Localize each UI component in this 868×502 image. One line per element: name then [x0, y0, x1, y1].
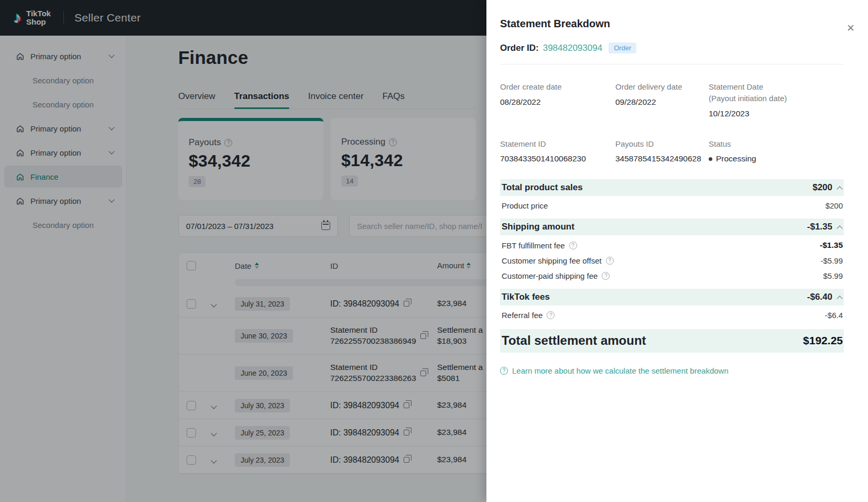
help-icon[interactable]	[547, 311, 555, 319]
detail-statement-date: Statement Date(Payout initiation date) 1…	[709, 81, 844, 118]
breakdown-row-customer-paid-shipping-fee: Customer-paid shipping fee $5.99	[500, 266, 844, 281]
statement-breakdown-drawer: Statement Breakdown Order ID: 3984820930…	[486, 0, 868, 502]
divider	[500, 64, 844, 64]
total-settlement-row: Total settlement amount $192.25	[500, 329, 844, 353]
order-id-row: Order ID: 398482093094 Order	[500, 42, 844, 53]
breakdown-row-product-price: Product price $200	[500, 196, 844, 211]
breakdown-row-customer-shipping-fee-offset: Customer shipping fee offset -$5.99	[500, 251, 844, 266]
order-id-label: Order ID:	[500, 43, 539, 53]
order-id-link[interactable]: 398482093094	[543, 43, 602, 53]
detail-status: Status Processing	[709, 138, 844, 164]
help-icon	[500, 367, 508, 375]
drawer-title: Statement Breakdown	[500, 18, 844, 30]
breakdown-row-fbt-fulfillment-fee: FBT fulfillment fee -$1.35	[500, 235, 844, 251]
collapse-icon[interactable]	[837, 296, 842, 301]
order-badge: Order	[609, 42, 636, 53]
detail-order-delivery-date: Order delivery date 09/28/2022	[615, 81, 709, 118]
close-icon[interactable]	[844, 21, 858, 35]
status-value: Processing	[716, 154, 756, 163]
detail-payouts-id: Payouts ID 3458785415342490628	[615, 138, 709, 164]
help-icon[interactable]	[602, 272, 610, 280]
breakdown-row-referral-fee: Referral fee -$6.4	[500, 305, 844, 321]
help-icon[interactable]	[569, 242, 577, 249]
section-total-product-sales[interactable]: Total product sales $200	[500, 179, 844, 196]
collapse-icon[interactable]	[837, 186, 842, 192]
detail-statement-id: Statement ID 7038433501410068230	[500, 138, 615, 164]
settlement-breakdown: Total product sales $200 Product price $…	[500, 179, 844, 375]
learn-more-link[interactable]: Learn more about how we calculate the se…	[500, 366, 844, 375]
status-dot-icon	[709, 157, 712, 161]
section-shipping-amount[interactable]: Shipping amount -$1.35	[500, 219, 844, 235]
collapse-icon[interactable]	[837, 225, 842, 231]
help-icon[interactable]	[606, 257, 614, 265]
detail-order-create-date: Order create date 08/28/2022	[500, 81, 615, 118]
section-tiktok-fees[interactable]: TikTok fees -$6.40	[500, 289, 844, 305]
order-details-grid: Order create date 08/28/2022 Order deliv…	[500, 81, 844, 163]
